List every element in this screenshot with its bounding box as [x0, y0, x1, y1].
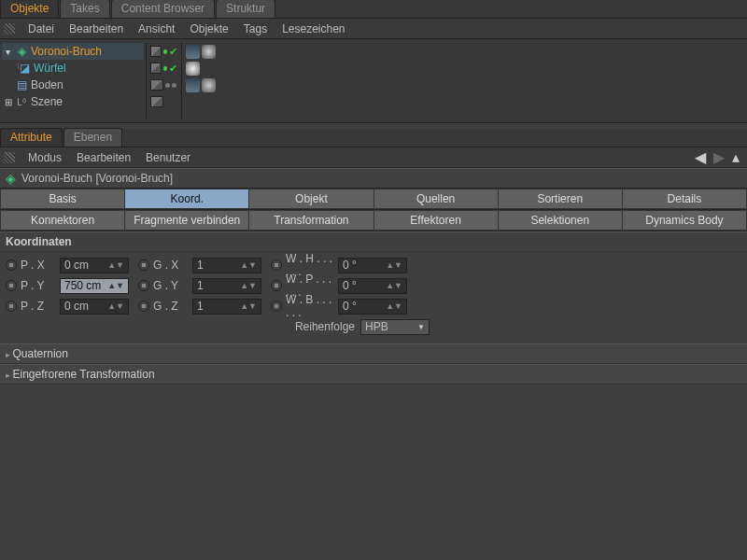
input-gz[interactable]: 1▲▼ — [192, 299, 261, 315]
fracture-icon: ◈ — [6, 171, 16, 186]
menu-objekte[interactable]: Objekte — [182, 20, 235, 38]
tab-sortieren[interactable]: Sortieren — [498, 189, 622, 209]
child-connector-icon: └ — [4, 63, 15, 74]
nav-fwd-icon[interactable]: ▶ — [710, 148, 728, 166]
menu-ansicht[interactable]: Ansicht — [131, 20, 182, 38]
tab-koord[interactable]: Koord. — [124, 189, 248, 209]
spinner-icon: ▲▼ — [240, 303, 257, 310]
tab-basis[interactable]: Basis — [0, 189, 124, 209]
tree-item-szene[interactable]: ⊞ L⁰ Szene — [2, 93, 144, 110]
object-title: Voronoi-Bruch [Voronoi-Bruch] — [21, 172, 173, 185]
label-wb: W . B . . . . . . — [286, 293, 336, 319]
tree-label: Würfel — [34, 62, 66, 75]
layer-toggles[interactable] — [150, 77, 177, 93]
anim-radio[interactable] — [271, 280, 282, 291]
tree-item-wuerfel[interactable]: └ ◪ Würfel — [2, 60, 144, 77]
input-wh[interactable]: 0 °▲▼ — [338, 258, 407, 273]
nav-back-icon[interactable]: ◀ — [691, 148, 710, 166]
attribute-panel-tabs: Attribute Ebenen — [0, 129, 747, 147]
tab-fragmente[interactable]: Fragmente verbinden — [124, 210, 248, 231]
chevron-down-icon: ▼ — [417, 323, 425, 331]
spinner-icon: ▲▼ — [240, 283, 257, 289]
tab-objekt[interactable]: Objekt — [248, 189, 373, 209]
floor-icon: ▤ — [15, 78, 28, 91]
grip-icon[interactable] — [4, 152, 15, 163]
menu-lesezeichen[interactable]: Lesezeichen — [275, 20, 352, 38]
menu-bearbeiten[interactable]: Bearbeiten — [62, 20, 131, 38]
coordinate-grid: P . X 0 cm▲▼ G . X 1▲▼ W . H . . . . . .… — [0, 252, 747, 343]
tab-ebenen[interactable]: Ebenen — [63, 128, 122, 147]
tab-dynamics[interactable]: Dynamics Body — [622, 210, 747, 231]
tab-quellen[interactable]: Quellen — [374, 189, 498, 209]
layer-toggles[interactable] — [150, 93, 177, 110]
anim-radio[interactable] — [138, 259, 149, 271]
section-koordinaten: Koordinaten — [0, 231, 747, 252]
label-gx: G . X — [153, 259, 190, 272]
objects-panel-tabs: Objekte Takes Content Browser Struktur — [0, 0, 747, 19]
menu-tags[interactable]: Tags — [236, 20, 275, 38]
attribute-menubar: Modus Bearbeiten Benutzer ◀ ▶ ▴ — [0, 147, 747, 168]
input-px[interactable]: 0 cm▲▼ — [60, 258, 129, 273]
tab-objekte[interactable]: Objekte — [0, 0, 59, 18]
tab-transformation[interactable]: Transformation — [248, 210, 373, 231]
attr-tab-row-1: Basis Koord. Objekt Quellen Sortieren De… — [0, 189, 747, 210]
anim-radio[interactable] — [271, 301, 282, 312]
tab-content-browser[interactable]: Content Browser — [111, 0, 215, 18]
label-px: P . X — [21, 259, 58, 272]
tab-effektoren[interactable]: Effektoren — [374, 210, 498, 231]
object-tags[interactable] — [186, 60, 225, 77]
label-reihenfolge: Reihenfolge — [284, 320, 359, 333]
cube-icon: ◪ — [18, 62, 31, 75]
disclosure-icon[interactable]: ⊞ — [4, 97, 12, 107]
layer-toggles[interactable]: ✔ — [150, 43, 177, 60]
input-wb[interactable]: 0 °▲▼ — [338, 299, 407, 315]
object-tree: ▾ ◈ Voronoi-Bruch └ ◪ Würfel ▤ Boden ⊞ L… — [0, 39, 747, 123]
fracture-icon: ◈ — [15, 45, 28, 58]
anim-radio[interactable] — [138, 280, 149, 291]
tab-selektionen[interactable]: Selektionen — [498, 210, 622, 231]
anim-radio[interactable] — [138, 301, 149, 312]
layer-toggles[interactable]: ✔ — [150, 60, 177, 77]
label-gz: G . Z — [153, 300, 190, 313]
tab-attribute[interactable]: Attribute — [0, 128, 63, 147]
anim-radio[interactable] — [6, 280, 17, 291]
anim-radio[interactable] — [6, 301, 17, 312]
section-quaternion[interactable]: Quaternion — [0, 343, 747, 364]
anim-radio[interactable] — [271, 259, 282, 271]
spinner-icon: ▲▼ — [386, 283, 402, 289]
anim-radio[interactable] — [6, 259, 17, 271]
input-gx[interactable]: 1▲▼ — [192, 258, 261, 273]
spinner-icon: ▲▼ — [386, 303, 402, 310]
spinner-icon: ▲▼ — [240, 262, 257, 269]
object-tags[interactable] — [186, 77, 225, 93]
object-header: ◈ Voronoi-Bruch [Voronoi-Bruch] — [0, 168, 747, 189]
spinner-icon: ▲▼ — [107, 283, 124, 289]
tab-konnektoren[interactable]: Konnektoren — [0, 210, 124, 231]
input-pz[interactable]: 0 cm▲▼ — [60, 299, 129, 315]
disclosure-icon[interactable]: ▾ — [4, 47, 12, 57]
scene-icon: L⁰ — [15, 95, 28, 108]
tree-item-boden[interactable]: ▤ Boden — [2, 77, 144, 93]
input-gy[interactable]: 1▲▼ — [192, 278, 261, 294]
menu-bearbeiten[interactable]: Bearbeiten — [69, 148, 138, 167]
spinner-icon: ▲▼ — [107, 262, 124, 269]
grip-icon[interactable] — [4, 23, 15, 35]
input-wp[interactable]: 0 °▲▼ — [338, 278, 407, 294]
tab-takes[interactable]: Takes — [60, 0, 109, 18]
object-tags[interactable] — [186, 43, 225, 60]
tree-label: Boden — [31, 78, 63, 91]
spinner-icon: ▲▼ — [107, 303, 124, 310]
attr-tab-row-2: Konnektoren Fragmente verbinden Transfor… — [0, 210, 747, 231]
label-pz: P . Z — [21, 300, 58, 313]
menu-benutzer[interactable]: Benutzer — [138, 148, 198, 167]
nav-up-icon[interactable]: ▴ — [728, 148, 743, 166]
section-eingefrorene[interactable]: Eingefrorene Transformation — [0, 364, 747, 385]
input-py[interactable]: 750 cm▲▼ — [60, 278, 129, 294]
dropdown-reihenfolge[interactable]: HPB▼ — [360, 319, 430, 335]
tab-details[interactable]: Details — [622, 189, 747, 209]
tree-item-voronoi[interactable]: ▾ ◈ Voronoi-Bruch — [2, 43, 144, 60]
menu-datei[interactable]: Datei — [21, 20, 62, 38]
tab-struktur[interactable]: Struktur — [216, 0, 275, 18]
label-gy: G . Y — [153, 279, 190, 292]
menu-modus[interactable]: Modus — [21, 148, 69, 167]
